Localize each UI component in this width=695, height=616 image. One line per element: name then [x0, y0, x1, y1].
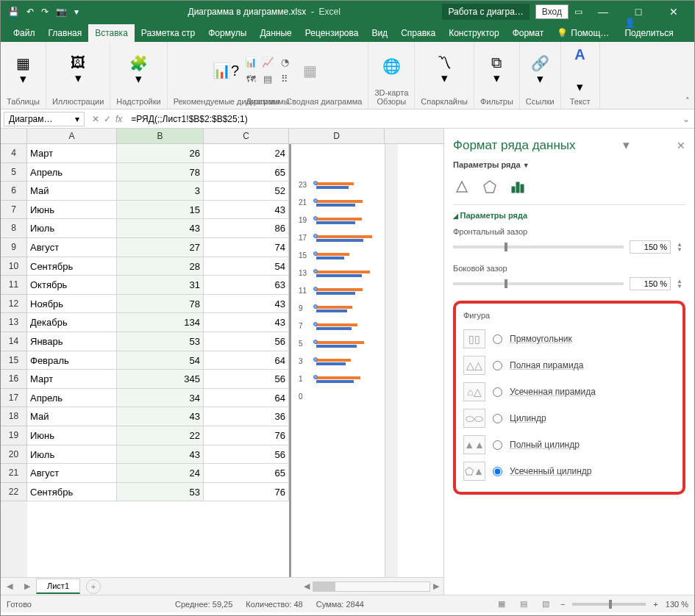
tab-home[interactable]: Главная [42, 24, 89, 42]
shape-option-cylinder[interactable]: ⬭⬭ Цилиндр [463, 405, 675, 431]
normal-view-icon[interactable]: ▦ [494, 599, 509, 609]
cell[interactable]: Апрель [27, 163, 117, 182]
cell[interactable]: Май [27, 182, 117, 201]
gap-depth-value[interactable]: 150 % [630, 240, 671, 254]
recommended-charts-button[interactable]: 📊? [213, 57, 239, 84]
shape-option-full-pyramid[interactable]: △△ Полная пирамида [463, 352, 675, 379]
embedded-chart[interactable]: 23211917151311975310 [289, 144, 385, 577]
fill-line-tab-icon[interactable] [453, 178, 471, 196]
cell[interactable]: Август [27, 464, 117, 483]
shape-option-partial-pyramid[interactable]: ⌂△ Усеченная пирамида [463, 379, 675, 405]
cell[interactable]: 28 [117, 257, 204, 276]
chart-data-point[interactable] [313, 181, 318, 185]
login-button[interactable]: Вход [535, 4, 569, 19]
cell[interactable]: 43 [204, 313, 289, 332]
chart-bar[interactable] [316, 359, 351, 366]
cell[interactable]: 54 [117, 351, 204, 370]
gap-width-value[interactable]: 150 % [630, 277, 671, 290]
illustrations-icon[interactable]: 🖼▾ [65, 57, 91, 84]
cell[interactable]: 36 [204, 407, 289, 426]
cell[interactable]: Февраль [27, 351, 117, 370]
cell[interactable]: 76 [204, 483, 289, 502]
gap-depth-slider[interactable] [453, 246, 624, 248]
row-header[interactable]: 21 [1, 464, 27, 483]
section-series-options[interactable]: Параметры ряда [453, 211, 685, 224]
chart-bar[interactable] [316, 288, 363, 296]
chart-column-icon[interactable]: 📊 [243, 54, 258, 69]
cell[interactable]: Май [27, 407, 117, 426]
cell[interactable]: 56 [204, 445, 289, 465]
cell[interactable]: Июль [27, 219, 117, 238]
cell[interactable]: Июнь [27, 201, 117, 220]
cell[interactable]: 54 [204, 257, 289, 276]
chart-bar[interactable] [316, 323, 357, 331]
cell[interactable]: 56 [204, 332, 289, 351]
cell[interactable]: 3 [117, 182, 204, 201]
row-header[interactable]: 6 [1, 182, 27, 201]
cell[interactable]: 43 [117, 445, 204, 465]
zoom-slider[interactable] [572, 603, 646, 606]
tab-insert[interactable]: Вставка [88, 24, 135, 42]
tab-chart-design[interactable]: Конструктор [442, 24, 505, 42]
cell[interactable]: 53 [117, 332, 204, 351]
3d-map-icon[interactable]: 🌐 [378, 53, 404, 79]
minimize-button[interactable]: — [588, 6, 618, 18]
row-header[interactable]: 16 [1, 370, 27, 389]
filters-icon[interactable]: ⧉▾ [483, 57, 510, 84]
chart-data-point[interactable] [313, 234, 318, 238]
qat-dropdown-icon[interactable]: ▾ [74, 7, 79, 17]
cell[interactable]: 65 [204, 464, 289, 483]
cell[interactable]: Июль [27, 445, 117, 465]
series-options-tab-icon[interactable] [509, 178, 527, 196]
row-header[interactable]: 13 [1, 313, 27, 332]
chart-hierarchy-icon[interactable]: ▤ [260, 71, 275, 86]
chart-data-point[interactable] [313, 251, 318, 256]
row-header[interactable]: 17 [1, 389, 27, 408]
pane-close-icon[interactable]: ✕ [677, 140, 685, 151]
row-header[interactable]: 11 [1, 276, 27, 295]
row-header[interactable]: 7 [1, 201, 27, 220]
cell[interactable]: 43 [117, 407, 204, 426]
sheet-tab-active[interactable]: Лист1 [36, 579, 80, 594]
gap-depth-spinner[interactable]: ▲▼ [677, 242, 685, 252]
chart-bar[interactable] [316, 200, 363, 207]
column-header-b[interactable]: B [117, 129, 204, 143]
page-break-view-icon[interactable]: ▧ [538, 599, 553, 609]
cell[interactable]: 134 [117, 313, 204, 332]
shape-option-full-cone[interactable]: ▲▲ Полный цилиндр [463, 431, 675, 458]
add-sheet-button[interactable]: + [86, 579, 101, 594]
cell[interactable]: 86 [204, 219, 289, 238]
shape-option-partial-cone[interactable]: ⬠▲ Усеченный цилиндр [463, 458, 675, 484]
chart-data-point[interactable] [313, 340, 318, 344]
formula-input[interactable]: =РЯД(;;Лист1!$B$2:$B$25;1) [126, 112, 678, 126]
chart-bar[interactable] [316, 306, 352, 313]
chart-data-point[interactable] [313, 216, 318, 221]
camera-icon[interactable]: 📷 [56, 7, 67, 17]
name-box[interactable]: Диаграм…▾ [4, 112, 85, 126]
cell[interactable]: Январь [27, 332, 117, 351]
cell[interactable]: 26 [117, 144, 204, 163]
select-all-corner[interactable] [1, 129, 27, 143]
links-icon[interactable]: 🔗▾ [527, 57, 553, 84]
chart-bar[interactable] [316, 235, 372, 243]
cell[interactable]: 76 [204, 426, 289, 445]
shape-option-box[interactable]: ▯▯ Прямоугольник [463, 326, 675, 352]
chart-scatter-icon[interactable]: ⠿ [277, 71, 292, 86]
sheet-nav-next-icon[interactable]: ▶ [18, 581, 36, 591]
chart-data-point[interactable] [313, 269, 318, 273]
column-header-a[interactable]: A [27, 129, 117, 143]
vertical-scrollbar[interactable] [385, 144, 398, 577]
cell[interactable]: Апрель [27, 389, 117, 408]
chart-data-point[interactable] [313, 198, 318, 203]
row-header[interactable]: 8 [1, 219, 27, 238]
row-header[interactable]: 14 [1, 332, 27, 351]
cell[interactable]: 63 [204, 276, 289, 295]
cell[interactable]: 64 [204, 389, 289, 408]
gap-width-spinner[interactable]: ▲▼ [677, 279, 685, 289]
chart-bar[interactable] [316, 341, 364, 348]
cell[interactable]: 53 [117, 483, 204, 502]
cell[interactable]: Июнь [27, 426, 117, 445]
chart-bar[interactable] [316, 271, 370, 278]
expand-formula-bar-icon[interactable]: ⌄ [678, 114, 694, 124]
sheet-nav-prev-icon[interactable]: ◀ [1, 581, 18, 591]
